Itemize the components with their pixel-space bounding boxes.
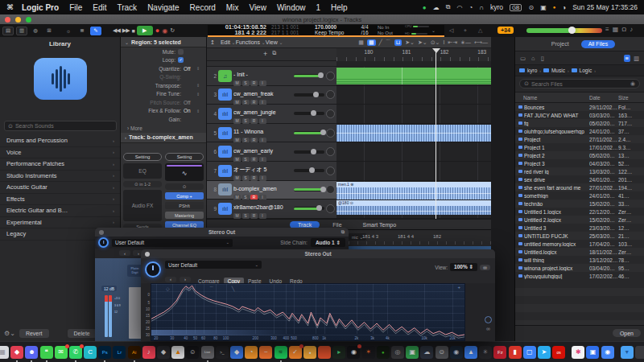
library-category[interactable]: Drums and Percussion › <box>0 135 121 147</box>
dock-app-icon[interactable]: ▦ <box>0 346 9 359</box>
track-lane[interactable] <box>336 105 491 123</box>
track-row[interactable]: 2 ♫ - Init - M S R I <box>207 67 491 86</box>
dock-app-icon[interactable]: Ai <box>128 346 141 359</box>
file-row[interactable]: Project 27/11/202… 2.4… <box>515 135 644 143</box>
plugin-slot[interactable]: PShft <box>165 202 204 209</box>
menu-item[interactable]: Help <box>331 3 348 12</box>
prev-preset-button[interactable]: ‹ <box>119 250 130 256</box>
stage-manager-icon[interactable]: ⧉ <box>446 3 451 11</box>
cloud-icon[interactable]: ☁ <box>433 4 440 11</box>
region-param-row[interactable]: Fine Tune: ⇕ <box>121 90 206 99</box>
record-button[interactable]: ● <box>155 27 159 35</box>
dock-app-icon[interactable]: ▸ <box>332 346 345 359</box>
menu-item[interactable]: Track <box>117 3 137 12</box>
delete-button[interactable]: Delete <box>68 329 97 338</box>
plugin-slot[interactable]: Mastering <box>165 212 204 219</box>
audio-region[interactable]: men.1 ⊗ <box>336 182 491 200</box>
cycle-button[interactable]: ↻ <box>170 27 174 34</box>
file-row[interactable]: oiuhfrgo;iufsehgouwerhgp 24/01/20… 37… <box>515 127 644 135</box>
window-title-bar[interactable]: winona project.logicx - Tracks <box>0 14 644 24</box>
audio-region[interactable]: @180 ⊙ <box>336 200 491 215</box>
preset-dropdown[interactable]: User Default⌄ <box>165 261 262 269</box>
toolbar-toggle-icon[interactable]: ⊞ <box>43 27 55 35</box>
param-stepper-icon[interactable]: ⇕ <box>196 92 203 97</box>
region-param-row[interactable]: Quantize: Off ⇕ <box>121 64 206 73</box>
add-band-icon[interactable]: + <box>457 285 460 290</box>
dock-app-icon[interactable]: ☺ <box>186 346 199 359</box>
strip-setting-button[interactable]: Setting <box>123 153 162 161</box>
dock-app-icon[interactable]: ✉ <box>55 346 68 359</box>
library-category[interactable]: Experimental › <box>0 217 121 229</box>
dock-app-icon[interactable]: ◆ <box>10 346 23 359</box>
dock-app-icon[interactable]: ☁ <box>420 346 433 359</box>
track-lane[interactable] <box>336 142 491 161</box>
preset-dropdown[interactable]: User Default⌄ <box>112 239 233 247</box>
file-row[interactable]: FAT JUICY AND WHAT 03/03/20… 163… <box>515 111 644 119</box>
lcd-chevron-icon[interactable]: ⌄ <box>431 27 436 33</box>
display-icon[interactable]: ▣ <box>540 4 547 11</box>
track-lane[interactable]: men.1 ⊗ <box>336 181 491 200</box>
playhead[interactable] <box>436 48 436 219</box>
dock-app-icon[interactable]: ▣ <box>586 346 599 359</box>
track-pan-knob[interactable] <box>326 72 335 80</box>
arrange-menu[interactable]: Functions <box>236 39 266 45</box>
track-header[interactable]: 5 ılıl 11 - Winona M S R I <box>207 124 336 142</box>
file-row[interactable]: technäo 15/02/20… 33… <box>515 200 644 208</box>
strip-gain-reduction[interactable]: ⊙ <box>165 183 204 190</box>
track-lane[interactable] <box>336 162 491 180</box>
dock-app-icon[interactable]: ◔ <box>245 346 258 359</box>
file-row[interactable]: Untitled 2.logicx 15/02/20… Zer… <box>515 216 644 224</box>
dock-app-icon[interactable]: Ps <box>98 346 111 359</box>
track-name[interactable]: cw_amen_freak <box>233 91 273 97</box>
dock-app-icon[interactable]: ▲ <box>464 346 477 359</box>
rewind-button[interactable]: ◀◀ <box>113 27 120 34</box>
track-pan-knob[interactable] <box>326 204 335 213</box>
file-row[interactable]: Untitled 1.logicx 22/12/20… Zer… <box>515 208 644 216</box>
track-name[interactable]: cw_amen_jungle <box>233 109 276 115</box>
param-stepper-icon[interactable]: ⇕ <box>196 66 203 71</box>
prev-preset-button[interactable]: ‹ <box>165 277 176 282</box>
menu-item[interactable]: Edit <box>93 3 106 12</box>
apple-menu-icon[interactable]: ⌘ <box>6 3 14 11</box>
tab-smart-tempo[interactable]: Smart Tempo <box>355 221 405 228</box>
add-track-button[interactable]: + <box>263 50 267 58</box>
stop-button[interactable]: ■ <box>132 28 134 34</box>
note-pads-icon[interactable]: ▦ <box>613 26 619 33</box>
eq-thumbnail[interactable]: ∿ <box>165 163 204 181</box>
dock-app-icon[interactable] <box>635 346 644 359</box>
track-row[interactable]: 5 ılıl 11 - Winona M S R I <box>207 124 491 143</box>
master-volume-slider[interactable] <box>526 28 602 33</box>
strip-audio-fx-box[interactable]: Audio FX <box>123 190 162 221</box>
dock-app-icon[interactable]: ▾ <box>621 346 634 359</box>
file-row[interactable]: Untitled.logicx 18/11/202… Zer… <box>515 248 644 256</box>
view-zoom-value[interactable]: 100% ⇕ <box>450 263 477 271</box>
plugin-window-front[interactable]: Stereo Out User Default⌄ ‹ › CompareCopy… <box>141 249 495 341</box>
file-row[interactable]: she even fart around me 27/01/202… 194… <box>515 183 644 191</box>
track-header[interactable]: 9 ılıl xlr8amen2bar@180 M S R I <box>207 200 336 218</box>
file-row[interactable]: Project 1 17/01/202… 9.3… <box>515 143 644 151</box>
tab-project[interactable]: Project <box>544 40 576 48</box>
dock-app-icon[interactable]: ☻ <box>25 346 38 359</box>
library-category[interactable]: Acoustic Guitar › <box>0 182 121 194</box>
menu-item[interactable]: Mix <box>226 3 239 12</box>
user-name[interactable]: kyro <box>490 3 503 11</box>
plugin-title-bar[interactable]: Stereo Out <box>141 249 495 258</box>
media-browser-icon[interactable]: ♪ <box>630 26 633 33</box>
meter-range-label[interactable]: 12 dB <box>101 286 117 291</box>
catch-playhead-icon[interactable]: ↥ <box>210 39 215 46</box>
inspector-toggle-icon[interactable]: ▥ <box>16 27 27 35</box>
low-cut-icon[interactable]: ◇ <box>166 286 170 293</box>
window-mode-icon[interactable]: ⧉ <box>341 229 345 235</box>
breadcrumb-item[interactable]: Logic <box>580 68 592 73</box>
snap-mode-icon[interactable]: ▦ <box>367 39 376 46</box>
side-chain-value[interactable]: Audio 1 ⇕ <box>311 238 345 247</box>
document-icon[interactable]: ▯ <box>541 55 544 62</box>
track-inspector-header[interactable]: › Track: b-complex_amen <box>121 133 206 143</box>
file-search-field[interactable]: ⊙ ◉ <box>519 79 640 88</box>
high-shelf-icon[interactable]: ╲ <box>232 286 235 293</box>
text-tool-icon[interactable]: I <box>443 39 444 45</box>
mixer-icon[interactable]: ≣ <box>76 27 88 35</box>
track-name[interactable]: オーディオ 5 <box>233 167 267 172</box>
home-icon[interactable]: ⌂ <box>531 55 535 62</box>
library-category[interactable]: Electric Guitar and B… › <box>0 205 121 217</box>
